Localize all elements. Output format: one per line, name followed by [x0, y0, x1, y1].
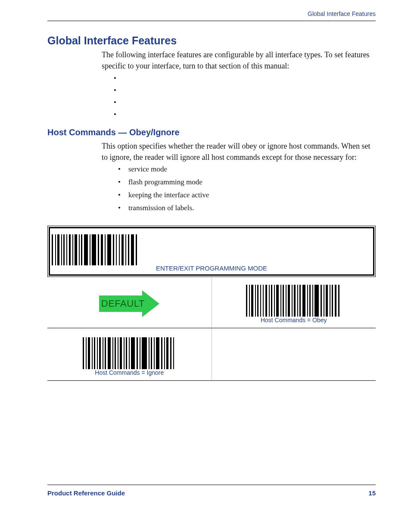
- barcode-label: ENTER/EXIT PROGRAMMING MODE: [50, 264, 373, 272]
- svg-rect-4: [61, 234, 62, 265]
- list-item: [114, 96, 116, 109]
- list-item: transmission of labels.: [118, 202, 209, 215]
- svg-rect-9: [75, 234, 77, 265]
- svg-rect-13: [90, 234, 90, 265]
- programming-mode-box: ENTER/EXIT PROGRAMMING MODE: [47, 226, 376, 277]
- svg-rect-54: [324, 285, 324, 317]
- feature-list: service mode flash programming mode keep…: [118, 163, 209, 215]
- section-paragraph: This option specifies whether the reader…: [102, 140, 376, 163]
- svg-rect-81: [142, 337, 147, 369]
- svg-rect-59: [338, 285, 339, 317]
- page-footer: Product Reference Guide 15: [47, 489, 376, 497]
- list-item: service mode: [118, 163, 209, 176]
- section-heading: Host Commands — Obey/Ignore: [47, 128, 180, 137]
- svg-rect-78: [131, 337, 135, 369]
- list-item: [114, 109, 116, 121]
- svg-rect-67: [99, 337, 101, 369]
- svg-rect-61: [83, 337, 84, 369]
- list-item: flash programming mode: [118, 176, 209, 189]
- svg-rect-26: [136, 234, 137, 265]
- svg-rect-73: [118, 337, 118, 369]
- svg-rect-12: [84, 234, 88, 265]
- svg-rect-30: [251, 285, 253, 317]
- svg-rect-36: [269, 285, 270, 317]
- svg-rect-19: [113, 234, 114, 265]
- intro-paragraph: The following interface features are con…: [102, 49, 376, 72]
- svg-rect-49: [307, 285, 308, 317]
- svg-rect-43: [288, 285, 290, 317]
- svg-rect-41: [283, 285, 284, 317]
- svg-rect-6: [66, 234, 67, 265]
- svg-rect-87: [164, 337, 165, 369]
- default-arrow-label: DEFAULT: [99, 296, 146, 312]
- svg-rect-5: [63, 234, 65, 265]
- svg-rect-18: [107, 234, 111, 265]
- barcode-obey: [244, 284, 343, 317]
- svg-rect-2: [55, 234, 56, 265]
- svg-rect-10: [79, 234, 80, 265]
- svg-rect-74: [120, 337, 122, 369]
- svg-rect-63: [88, 337, 90, 369]
- svg-rect-46: [297, 285, 298, 317]
- svg-rect-39: [276, 285, 279, 317]
- svg-rect-28: [246, 285, 247, 317]
- svg-rect-40: [280, 285, 281, 317]
- header-rule: [47, 21, 376, 21]
- svg-rect-56: [330, 285, 330, 317]
- svg-rect-21: [119, 234, 120, 265]
- svg-rect-68: [103, 337, 103, 369]
- svg-rect-14: [92, 234, 96, 265]
- svg-rect-62: [86, 337, 87, 369]
- footer-rule: [47, 485, 376, 485]
- svg-rect-47: [299, 285, 301, 317]
- svg-rect-88: [166, 337, 168, 369]
- svg-rect-82: [149, 337, 149, 369]
- svg-rect-72: [115, 337, 116, 369]
- svg-rect-31: [255, 285, 256, 317]
- svg-rect-52: [314, 285, 319, 317]
- svg-rect-32: [257, 285, 258, 317]
- svg-rect-64: [92, 337, 93, 369]
- barcode-label: Host Commands = Obey: [261, 317, 327, 324]
- barcode-enter-exit: [50, 233, 373, 266]
- default-arrow-icon: DEFAULT: [99, 290, 159, 317]
- svg-rect-77: [129, 337, 130, 369]
- obey-cell: Host Commands = Obey: [212, 276, 376, 328]
- svg-rect-8: [72, 234, 73, 265]
- svg-rect-38: [274, 285, 275, 317]
- svg-rect-70: [108, 337, 111, 369]
- svg-rect-84: [154, 337, 155, 369]
- svg-rect-24: [128, 234, 129, 265]
- list-item: keeping the interface active: [118, 189, 209, 202]
- svg-rect-3: [57, 234, 59, 265]
- running-header: Global Interface Features: [308, 10, 376, 17]
- svg-rect-1: [52, 234, 53, 265]
- svg-rect-7: [69, 234, 71, 265]
- svg-rect-20: [116, 234, 117, 265]
- svg-rect-51: [312, 285, 313, 317]
- svg-rect-86: [161, 337, 162, 369]
- svg-rect-17: [105, 234, 106, 265]
- svg-rect-44: [292, 285, 293, 317]
- svg-rect-48: [302, 285, 305, 317]
- page-title: Global Interface Features: [47, 34, 177, 47]
- footer-guide-title: Product Reference Guide: [47, 489, 125, 497]
- svg-rect-69: [105, 337, 106, 369]
- barcode-grid: DEFAULT: [47, 276, 376, 381]
- svg-rect-58: [335, 285, 336, 317]
- svg-rect-85: [156, 337, 159, 369]
- svg-rect-79: [137, 337, 138, 369]
- svg-rect-90: [173, 337, 174, 369]
- list-item: [114, 72, 116, 84]
- ignore-cell: Host Commands = Ignore: [47, 328, 212, 381]
- svg-rect-35: [265, 285, 267, 317]
- svg-rect-15: [98, 234, 99, 265]
- barcode-ignore: [81, 336, 178, 370]
- list-item: [114, 84, 116, 96]
- empty-cell: [212, 328, 376, 381]
- svg-rect-53: [321, 285, 322, 317]
- svg-rect-57: [332, 285, 333, 317]
- svg-rect-76: [126, 337, 127, 369]
- svg-rect-89: [170, 337, 171, 369]
- svg-rect-80: [140, 337, 140, 369]
